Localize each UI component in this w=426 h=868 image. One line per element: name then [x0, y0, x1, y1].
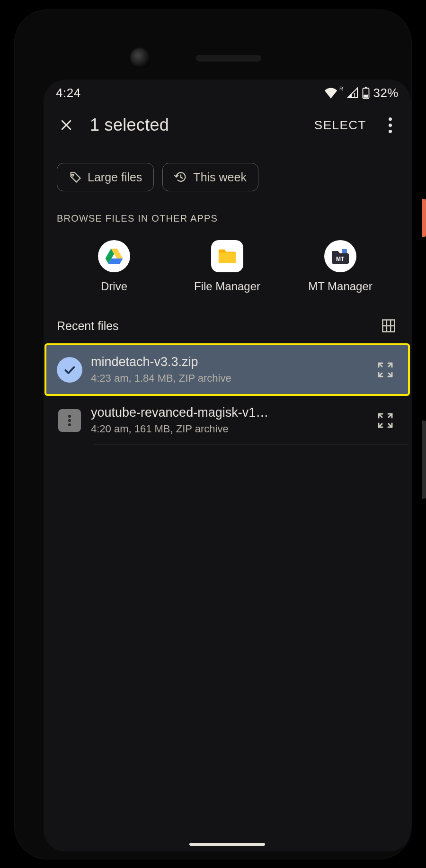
grid-view-icon — [382, 319, 396, 333]
file-row[interactable]: youtube-revanced-magisk-v1… 4:20 am, 161… — [46, 396, 408, 445]
battery-label: 32% — [373, 86, 399, 100]
drive-icon — [98, 240, 130, 272]
close-button[interactable] — [54, 113, 79, 137]
chip-label: This week — [193, 170, 247, 184]
mt-manager-icon: MT — [324, 240, 356, 272]
list-divider — [94, 445, 408, 445]
chip-this-week[interactable]: This week — [162, 163, 258, 191]
close-icon — [59, 118, 73, 132]
open-fullscreen-button[interactable] — [373, 408, 398, 433]
roaming-indicator: R — [339, 86, 343, 91]
chip-label: Large files — [88, 170, 142, 184]
file-list: mindetach-v3.3.zip 4:23 am, 1.84 MB, ZIP… — [44, 343, 411, 445]
expand-icon — [376, 360, 395, 379]
svg-rect-3 — [364, 95, 369, 98]
svg-rect-2 — [365, 87, 367, 89]
file-meta: 4:20 am, 161 MB, ZIP archive — [91, 423, 364, 435]
zip-archive-icon — [58, 409, 81, 432]
gesture-nav-handle[interactable] — [189, 843, 265, 846]
screen: 4:24 R ! 32% 1 selected SELECT La — [44, 80, 411, 851]
statusbar: 4:24 R ! 32% — [44, 80, 411, 106]
open-fullscreen-button[interactable] — [373, 358, 398, 382]
browse-app-mtmanager[interactable]: MT MT Manager — [293, 240, 388, 293]
battery-icon — [362, 87, 370, 99]
browse-apps-row: Drive File Manager MT MT Manager — [44, 233, 411, 304]
app-label: Drive — [101, 280, 127, 293]
browse-section-label: BROWSE FILES IN OTHER APPS — [44, 199, 411, 233]
chip-large-files[interactable]: Large files — [57, 163, 154, 191]
power-button[interactable] — [422, 199, 426, 237]
volume-button[interactable] — [422, 421, 426, 499]
front-camera — [130, 47, 151, 68]
appbar: 1 selected SELECT — [44, 106, 411, 144]
view-toggle-button[interactable] — [380, 317, 398, 335]
svg-rect-5 — [219, 252, 236, 263]
app-label: File Manager — [194, 280, 260, 293]
file-manager-icon — [211, 240, 243, 272]
selected-check-icon — [57, 357, 82, 383]
more-options-button[interactable] — [378, 113, 402, 137]
recent-header: Recent files — [44, 304, 411, 343]
svg-rect-6 — [342, 249, 347, 253]
file-row-selected[interactable]: mindetach-v3.3.zip 4:23 am, 1.84 MB, ZIP… — [44, 343, 410, 396]
phone-frame: 4:24 R ! 32% 1 selected SELECT La — [14, 9, 412, 859]
wifi-icon — [324, 87, 338, 98]
expand-icon — [376, 411, 395, 430]
file-name: youtube-revanced-magisk-v1… — [91, 405, 364, 420]
clock: 4:24 — [56, 86, 81, 100]
history-icon — [174, 170, 187, 184]
browse-app-filemanager[interactable]: File Manager — [180, 240, 275, 293]
filter-chips: Large files This week — [44, 144, 411, 199]
earpiece-speaker — [196, 55, 261, 62]
recent-title: Recent files — [57, 319, 119, 333]
svg-text:!: ! — [354, 91, 356, 98]
appbar-title: 1 selected — [90, 115, 169, 135]
select-button[interactable]: SELECT — [311, 112, 370, 138]
tag-icon — [69, 170, 82, 184]
browse-app-drive[interactable]: Drive — [67, 240, 161, 293]
app-label: MT Manager — [308, 280, 373, 293]
file-name: mindetach-v3.3.zip — [91, 355, 364, 369]
status-indicators: R ! 32% — [324, 86, 399, 100]
more-vertical-icon — [389, 117, 392, 133]
svg-point-4 — [72, 174, 74, 176]
svg-text:MT: MT — [336, 256, 345, 262]
file-meta: 4:23 am, 1.84 MB, ZIP archive — [91, 372, 364, 385]
cellular-icon: ! — [346, 87, 359, 98]
